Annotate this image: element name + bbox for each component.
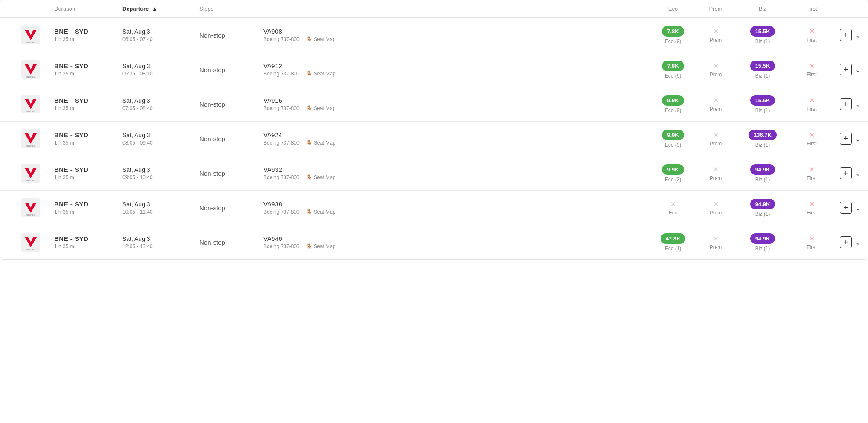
prem-label: Prem xyxy=(710,175,722,181)
airline-logo: australia xyxy=(7,164,54,183)
eco-label: Eco (9) xyxy=(665,73,682,79)
add-flight-button[interactable]: + xyxy=(840,202,852,214)
add-flight-button[interactable]: + xyxy=(840,64,852,75)
eco-price-cell[interactable]: 9.9K Eco (9) xyxy=(652,95,694,113)
first-unavailable-cell: ✕ First xyxy=(788,96,835,112)
header-first: First xyxy=(788,6,835,12)
prem-unavailable-cell: ✕ Prem xyxy=(694,131,737,147)
prem-label: Prem xyxy=(710,141,722,147)
first-label: First xyxy=(807,244,816,250)
seat-map-label: Seat Map xyxy=(314,174,335,180)
prem-unavailable-cell: ✕ Prem xyxy=(694,27,737,43)
seat-map-link[interactable]: 🪑 Seat Map xyxy=(306,243,335,249)
eco-price-badge: 9.9K xyxy=(662,130,684,140)
eco-price-cell[interactable]: 7.8K Eco (9) xyxy=(652,61,694,79)
seat-icon: 🪑 xyxy=(306,140,312,146)
flight-number: VA938 xyxy=(263,200,652,208)
seat-icon: 🪑 xyxy=(306,36,312,42)
route-cell: BNE - SYD 1 h 35 m xyxy=(54,28,122,42)
eco-label: Eco (9) xyxy=(665,38,682,44)
biz-price-cell[interactable]: 15.5K Biz (1) xyxy=(737,61,788,79)
departure-cell: Sat, Aug 3 08:05 - 09:40 xyxy=(122,132,199,146)
route-cell: BNE - SYD 1 h 35 m xyxy=(54,97,122,111)
biz-price-cell[interactable]: 94.9K Biz (1) xyxy=(737,164,788,183)
duration: 1 h 35 m xyxy=(54,105,122,111)
stops-cell: Non-stop xyxy=(199,239,263,246)
flight-details-cell: VA912 Boeing 737-800 · 🪑 Seat Map xyxy=(263,62,652,77)
flight-details-cell: VA908 Boeing 737-800 · 🪑 Seat Map xyxy=(263,28,652,42)
biz-price-cell[interactable]: 94.9K Biz (1) xyxy=(737,199,788,217)
header-departure[interactable]: Departure ▲ xyxy=(122,6,199,12)
expand-button[interactable]: ⌄ xyxy=(855,100,861,108)
aircraft-type: Boeing 737-800 xyxy=(263,71,300,77)
airline-logo: australia xyxy=(7,95,54,113)
actions-cell: + ⌄ xyxy=(835,202,861,214)
biz-price-cell[interactable]: 136.7K Biz (1) xyxy=(737,130,788,148)
prem-label: Prem xyxy=(710,106,722,112)
add-flight-button[interactable]: + xyxy=(840,167,852,179)
seat-icon: 🪑 xyxy=(306,105,312,111)
add-flight-button[interactable]: + xyxy=(840,236,852,248)
svg-text:australia: australia xyxy=(26,179,36,182)
seat-map-link[interactable]: 🪑 Seat Map xyxy=(306,174,335,180)
seat-map-link[interactable]: 🪑 Seat Map xyxy=(306,36,335,42)
dot-separator: · xyxy=(302,105,303,111)
flight-info: Boeing 737-800 · 🪑 Seat Map xyxy=(263,174,652,180)
biz-label: Biz (1) xyxy=(755,73,770,79)
expand-button[interactable]: ⌄ xyxy=(855,204,861,212)
seat-icon: 🪑 xyxy=(306,71,312,77)
flight-info: Boeing 737-800 · 🪑 Seat Map xyxy=(263,140,652,146)
seat-map-link[interactable]: 🪑 Seat Map xyxy=(306,105,335,111)
eco-unavailable-icon: ✕ xyxy=(670,200,676,208)
add-flight-button[interactable]: + xyxy=(840,98,852,110)
expand-button[interactable]: ⌄ xyxy=(855,31,861,39)
eco-price-cell[interactable]: 9.9K Eco (3) xyxy=(652,164,694,183)
stops-cell: Non-stop xyxy=(199,32,263,39)
prem-unavailable-icon: ✕ xyxy=(713,96,719,104)
actions-cell: + ⌄ xyxy=(835,133,861,145)
biz-price-cell[interactable]: 94.9K Biz (1) xyxy=(737,233,788,252)
eco-price-badge: 7.8K xyxy=(662,26,684,37)
prem-unavailable-cell: ✕ Prem xyxy=(694,62,737,78)
seat-map-label: Seat Map xyxy=(314,36,335,42)
add-flight-button[interactable]: + xyxy=(840,133,852,145)
first-unavailable-cell: ✕ First xyxy=(788,200,835,216)
prem-unavailable-cell: ✕ Prem xyxy=(694,96,737,112)
expand-button[interactable]: ⌄ xyxy=(855,238,861,246)
aircraft-type: Boeing 737-800 xyxy=(263,209,300,215)
seat-map-link[interactable]: 🪑 Seat Map xyxy=(306,209,335,215)
biz-price-cell[interactable]: 15.5K Biz (1) xyxy=(737,95,788,113)
departure-time: 08:05 - 09:40 xyxy=(122,140,199,146)
expand-button[interactable]: ⌄ xyxy=(855,135,861,143)
departure-cell: Sat, Aug 3 06:35 - 08:10 xyxy=(122,63,199,77)
eco-price-badge: 47.8K xyxy=(661,233,686,244)
dot-separator: · xyxy=(302,71,303,77)
airline-logo: australia xyxy=(7,60,54,79)
eco-price-cell[interactable]: 9.9K Eco (9) xyxy=(652,130,694,148)
prem-unavailable-icon: ✕ xyxy=(713,62,719,70)
eco-price-cell[interactable]: 7.8K Eco (9) xyxy=(652,26,694,44)
add-flight-button[interactable]: + xyxy=(840,29,852,41)
biz-price-cell[interactable]: 15.5K Biz (1) xyxy=(737,26,788,44)
svg-text:australia: australia xyxy=(26,110,36,113)
seat-icon: 🪑 xyxy=(306,243,312,249)
prem-unavailable-icon: ✕ xyxy=(713,27,719,35)
table-row: australia BNE - SYD 1 h 35 m Sat, Aug 3 … xyxy=(0,87,868,122)
departure-cell: Sat, Aug 3 09:05 - 10:40 xyxy=(122,166,199,180)
flight-number: VA912 xyxy=(263,62,652,70)
eco-price-cell[interactable]: 47.8K Eco (1) xyxy=(652,233,694,252)
biz-price-badge: 94.9K xyxy=(750,233,775,244)
seat-map-link[interactable]: 🪑 Seat Map xyxy=(306,140,335,146)
departure-time: 10:05 - 11:40 xyxy=(122,209,199,215)
prem-label: Prem xyxy=(710,72,722,78)
table-row: australia BNE - SYD 1 h 35 m Sat, Aug 3 … xyxy=(0,225,868,259)
prem-label: Prem xyxy=(710,37,722,43)
expand-button[interactable]: ⌄ xyxy=(855,66,861,74)
first-unavailable-icon: ✕ xyxy=(809,165,815,174)
expand-button[interactable]: ⌄ xyxy=(855,169,861,177)
flights-table: Duration Departure ▲ Stops Eco Prem Biz … xyxy=(0,0,868,260)
first-unavailable-icon: ✕ xyxy=(809,235,815,243)
seat-map-link[interactable]: 🪑 Seat Map xyxy=(306,71,335,77)
first-unavailable-cell: ✕ First xyxy=(788,131,835,147)
table-row: australia BNE - SYD 1 h 35 m Sat, Aug 3 … xyxy=(0,18,868,52)
